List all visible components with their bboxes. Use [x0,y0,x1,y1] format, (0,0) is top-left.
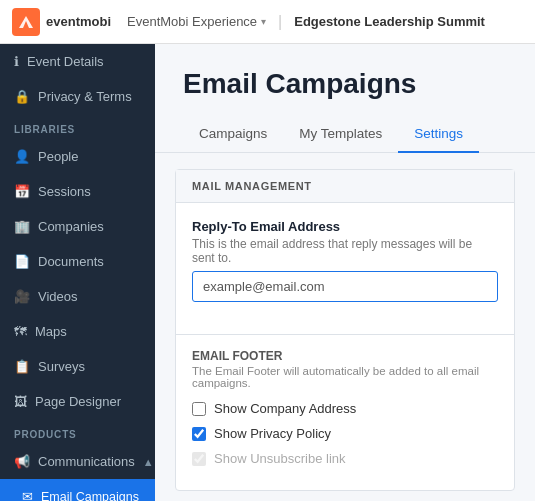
sidebar-submenu-communications: ✉ Email Campaigns 💬 Announcements [0,479,155,501]
show-unsubscribe-checkbox [192,452,206,466]
tab-campaigns[interactable]: Campaigns [183,116,283,153]
companies-icon: 🏢 [14,219,30,234]
checkbox-row-unsubscribe: Show Unsubscribe link [192,451,498,466]
people-icon: 👤 [14,149,30,164]
sidebar-item-email-campaigns[interactable]: ✉ Email Campaigns [0,479,155,501]
tabs-bar: Campaigns My Templates Settings [155,116,535,153]
sidebar-label-people: People [38,149,78,164]
reply-to-field-group: Reply-To Email Address This is the email… [192,219,498,302]
sidebar-label-videos: Videos [38,289,78,304]
email-footer-body: EMAIL FOOTER The Email Footer will autom… [176,335,514,490]
sidebar-item-surveys[interactable]: 📋 Surveys [0,349,155,384]
lock-icon: 🔒 [14,89,30,104]
reply-to-input[interactable] [192,271,498,302]
sidebar-item-companies[interactable]: 🏢 Companies [0,209,155,244]
show-company-address-checkbox[interactable] [192,402,206,416]
sidebar-label-communications: Communications [38,454,135,469]
sidebar-label-sessions: Sessions [38,184,91,199]
sidebar-label-page-designer: Page Designer [35,394,121,409]
logo-text: eventmobi [46,14,111,29]
sidebar-item-sessions[interactable]: 📅 Sessions [0,174,155,209]
email-footer-hint: The Email Footer will automatically be a… [192,365,498,389]
checkbox-row-company-address: Show Company Address [192,401,498,416]
show-company-address-label[interactable]: Show Company Address [214,401,356,416]
show-privacy-policy-label[interactable]: Show Privacy Policy [214,426,331,441]
tab-my-templates[interactable]: My Templates [283,116,398,153]
sidebar-label-documents: Documents [38,254,104,269]
nav-divider: | [278,13,282,31]
sidebar-item-page-designer[interactable]: 🖼 Page Designer [0,384,155,419]
sidebar-item-event-details[interactable]: ℹ Event Details [0,44,155,79]
sidebar-item-documents[interactable]: 📄 Documents [0,244,155,279]
page-header: Email Campaigns [155,44,535,116]
top-nav: eventmobi EventMobi Experience ▾ | Edges… [0,0,535,44]
info-icon: ℹ [14,54,19,69]
documents-icon: 📄 [14,254,30,269]
surveys-icon: 📋 [14,359,30,374]
products-section-label: PRODUCTS [0,419,155,444]
sidebar-label-event-details: Event Details [27,54,104,69]
reply-to-label: Reply-To Email Address [192,219,498,234]
reply-to-hint: This is the email address that reply mes… [192,237,498,265]
videos-icon: 🎥 [14,289,30,304]
sidebar-label-privacy-terms: Privacy & Terms [38,89,132,104]
tab-settings[interactable]: Settings [398,116,479,153]
event-name: Edgestone Leadership Summit [294,14,485,29]
logo-area[interactable]: eventmobi [12,8,111,36]
chevron-up-icon: ▲ [143,456,154,468]
mail-management-header: MAIL MANAGEMENT [176,170,514,203]
eventmobi-logo [12,8,40,36]
show-unsubscribe-label: Show Unsubscribe link [214,451,346,466]
sidebar: ℹ Event Details 🔒 Privacy & Terms LIBRAR… [0,44,155,501]
main-content: Email Campaigns Campaigns My Templates S… [155,44,535,501]
libraries-section-label: LIBRARIES [0,114,155,139]
mail-management-body: Reply-To Email Address This is the email… [176,203,514,334]
page-title: Email Campaigns [183,68,507,100]
sidebar-label-companies: Companies [38,219,104,234]
checkbox-row-privacy-policy: Show Privacy Policy [192,426,498,441]
email-footer-label: EMAIL FOOTER [192,349,498,363]
sidebar-item-privacy-terms[interactable]: 🔒 Privacy & Terms [0,79,155,114]
sidebar-item-videos[interactable]: 🎥 Videos [0,279,155,314]
communications-icon: 📢 [14,454,30,469]
sidebar-label-email-campaigns: Email Campaigns [41,490,139,502]
settings-panel: MAIL MANAGEMENT Reply-To Email Address T… [175,169,515,491]
maps-icon: 🗺 [14,324,27,339]
experience-chevron: ▾ [261,16,266,27]
sidebar-label-maps: Maps [35,324,67,339]
email-campaigns-icon: ✉ [22,489,33,501]
sidebar-item-maps[interactable]: 🗺 Maps [0,314,155,349]
page-designer-icon: 🖼 [14,394,27,409]
sessions-icon: 📅 [14,184,30,199]
sidebar-item-communications[interactable]: 📢 Communications ▲ [0,444,155,479]
sidebar-item-people[interactable]: 👤 People [0,139,155,174]
show-privacy-policy-checkbox[interactable] [192,427,206,441]
experience-label: EventMobi Experience [127,14,257,29]
layout: ℹ Event Details 🔒 Privacy & Terms LIBRAR… [0,44,535,501]
sidebar-label-surveys: Surveys [38,359,85,374]
experience-nav-link[interactable]: EventMobi Experience ▾ [127,14,266,29]
